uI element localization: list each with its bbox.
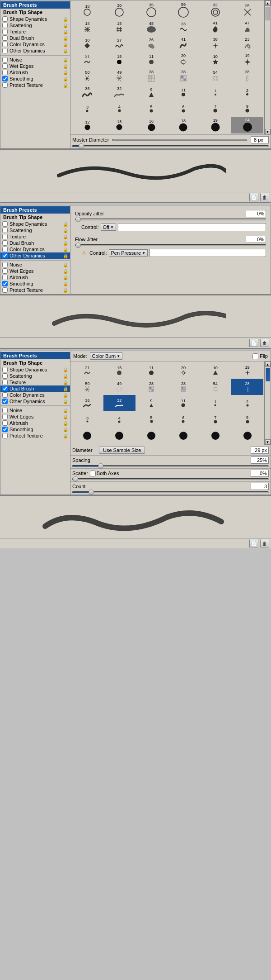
tip-cell[interactable]: 15 bbox=[103, 362, 136, 379]
page-icon-1[interactable]: 📄 bbox=[249, 193, 258, 201]
tip-cell[interactable]: 32 bbox=[103, 84, 136, 100]
tip-cell[interactable]: 32 bbox=[199, 1, 231, 19]
sidebar-item-colordyn-3[interactable]: Color Dynamics 🔒 bbox=[0, 392, 70, 398]
tip-cell[interactable]: 59 bbox=[168, 1, 200, 19]
tip-cell[interactable]: 1 bbox=[199, 395, 231, 411]
sidebar-item-protecttex-1[interactable]: Protect Texture 🔒 bbox=[0, 82, 70, 88]
tip-cell[interactable]: 11 bbox=[168, 84, 200, 100]
shapedyn-checkbox-2[interactable] bbox=[2, 221, 8, 227]
count-value[interactable] bbox=[251, 483, 269, 490]
tip-cell[interactable]: 48 bbox=[136, 19, 168, 35]
otherdyn-checkbox-3[interactable] bbox=[2, 399, 8, 404]
texture-checkbox-1[interactable] bbox=[2, 29, 8, 34]
tip-cell[interactable]: 9 bbox=[231, 411, 263, 428]
tip-cell[interactable]: 41 bbox=[168, 35, 200, 52]
sidebar-item-scatter-1[interactable]: Scattering 🔒 bbox=[0, 22, 70, 29]
scroll-down-btn[interactable]: ▼ bbox=[265, 129, 271, 134]
airbrush-checkbox-2[interactable] bbox=[2, 275, 8, 280]
tip-cell[interactable]: 11 bbox=[168, 395, 200, 411]
tip-cell[interactable]: 3 bbox=[71, 100, 103, 117]
sidebar-item-scatter-3[interactable]: Scattering 🔒 bbox=[0, 373, 70, 379]
control2-dropdown[interactable]: Pen Pressure ▼ bbox=[109, 249, 148, 257]
tip-cell[interactable]: 54 bbox=[199, 379, 231, 395]
tip-cell[interactable]: 41 bbox=[199, 19, 231, 35]
sidebar-item-airbrush-3[interactable]: Airbrush 🔒 bbox=[0, 420, 70, 426]
noise-checkbox-2[interactable] bbox=[2, 262, 8, 267]
protecttex-checkbox-2[interactable] bbox=[2, 287, 8, 293]
dualbrush-checkbox-3[interactable] bbox=[2, 386, 8, 391]
tip-cell[interactable]: 7 bbox=[199, 100, 231, 117]
tip-cell[interactable]: 28 bbox=[168, 379, 200, 395]
smoothing-checkbox-3[interactable] bbox=[2, 427, 8, 432]
tip-cell[interactable]: 20 bbox=[168, 362, 200, 379]
airbrush-checkbox-3[interactable] bbox=[2, 420, 8, 426]
tip-cell[interactable]: 28 bbox=[136, 68, 168, 84]
otherdyn-checkbox-1[interactable] bbox=[2, 48, 8, 53]
noise-checkbox-1[interactable] bbox=[2, 57, 8, 62]
texture-checkbox-2[interactable] bbox=[2, 234, 8, 239]
tip-cell[interactable]: 49 bbox=[103, 379, 136, 395]
tip-cell[interactable]: 10 bbox=[71, 35, 103, 52]
tip-cell[interactable]: 23 bbox=[168, 19, 200, 35]
tip-cell[interactable]: 28 bbox=[136, 379, 168, 395]
tip-cell[interactable]: 7 bbox=[199, 411, 231, 428]
noise-checkbox-3[interactable] bbox=[2, 408, 8, 413]
tip-cell[interactable]: 6 bbox=[168, 411, 200, 428]
tip-cell[interactable]: 20 bbox=[168, 52, 200, 68]
tip-cell[interactable]: 24 bbox=[231, 117, 263, 133]
shapedyn-checkbox-1[interactable] bbox=[2, 16, 8, 22]
sidebar-item-airbrush-1[interactable]: Airbrush 🔒 bbox=[0, 69, 70, 76]
scroll-up-btn-3[interactable]: ▲ bbox=[265, 362, 271, 367]
smoothing-checkbox-1[interactable] bbox=[2, 76, 8, 81]
scroll-down-btn-3[interactable]: ▼ bbox=[265, 439, 271, 445]
wetedges-checkbox-3[interactable] bbox=[2, 414, 8, 419]
sidebar-item-protecttex-3[interactable]: Protect Texture 🔒 bbox=[0, 433, 70, 439]
tip-cell[interactable]: 28 bbox=[231, 68, 263, 84]
page-icon-3[interactable]: 📄 bbox=[249, 539, 258, 547]
master-diam-value[interactable]: 8 px bbox=[251, 136, 269, 143]
tip-cell[interactable]: 9 bbox=[231, 100, 263, 117]
scroll-up-btn[interactable]: ▲ bbox=[265, 0, 271, 6]
sidebar-item-wetedges-3[interactable]: Wet Edges 🔒 bbox=[0, 414, 70, 420]
trash-icon-1[interactable]: 🗑 bbox=[260, 193, 269, 201]
tip-cell[interactable]: 21 bbox=[71, 52, 103, 68]
sidebar-item-protecttex-2[interactable]: Protect Texture 🔒 bbox=[0, 287, 70, 293]
sidebar-item-wetedges-2[interactable]: Wet Edges 🔒 bbox=[0, 268, 70, 274]
brush-grid-scrollbar-1[interactable]: ▲ ▼ bbox=[264, 0, 271, 134]
tip-cell[interactable]: 50 bbox=[71, 379, 103, 395]
trash-icon-2[interactable]: 🗑 bbox=[260, 339, 269, 347]
slider-thumb-scatter[interactable] bbox=[73, 476, 78, 482]
tip-cell[interactable]: 19 bbox=[199, 117, 231, 133]
texture-checkbox-3[interactable] bbox=[2, 380, 8, 385]
tip-cell[interactable] bbox=[231, 428, 263, 444]
dualbrush-checkbox-2[interactable] bbox=[2, 240, 8, 246]
scatter-value[interactable] bbox=[251, 470, 269, 477]
dual-brush-scrollbar[interactable]: ▲ ▼ bbox=[264, 362, 271, 445]
tip-cell[interactable]: 54 bbox=[199, 68, 231, 84]
tip-cell[interactable]: 2 bbox=[231, 84, 263, 100]
wetedges-checkbox-1[interactable] bbox=[2, 63, 8, 69]
both-axes-checkbox[interactable] bbox=[90, 471, 96, 476]
control1-dropdown[interactable]: Off ▼ bbox=[101, 224, 116, 231]
sidebar-item-dualbrush-1[interactable]: Dual Brush 🔒 bbox=[0, 35, 70, 41]
sidebar-item-noise-2[interactable]: Noise 🔒 bbox=[0, 262, 70, 268]
sidebar-item-noise-1[interactable]: Noise 🔒 bbox=[0, 57, 70, 63]
tip-cell[interactable]: 49 bbox=[103, 68, 136, 84]
tip-cell-selected2[interactable]: 32 bbox=[103, 395, 136, 411]
flip-checkbox-label[interactable]: Flip bbox=[252, 353, 268, 359]
control1-input[interactable] bbox=[118, 223, 266, 231]
tip-cell[interactable]: 18 bbox=[71, 1, 103, 19]
sidebar-item-smoothing-3[interactable]: Smoothing 🔒 bbox=[0, 426, 70, 433]
tip-cell[interactable]: 12 bbox=[71, 117, 103, 133]
colordyn-checkbox-3[interactable] bbox=[2, 392, 8, 398]
tip-cell[interactable]: 26 bbox=[136, 35, 168, 52]
smoothing-checkbox-2[interactable] bbox=[2, 281, 8, 286]
sidebar-item-wetedges-1[interactable]: Wet Edges 🔒 bbox=[0, 63, 70, 69]
tip-cell[interactable]: 1 bbox=[199, 84, 231, 100]
sidebar-item-texture-3[interactable]: Texture 🔒 bbox=[0, 379, 70, 385]
slider-thumb-flow[interactable] bbox=[75, 243, 81, 248]
tip-cell[interactable]: 2 bbox=[231, 395, 263, 411]
tip-cell[interactable]: 15 bbox=[103, 52, 136, 68]
protecttex-checkbox-1[interactable] bbox=[2, 82, 8, 88]
sidebar-item-shapedyn-1[interactable]: Shape Dynamics 🔒 bbox=[0, 16, 70, 22]
